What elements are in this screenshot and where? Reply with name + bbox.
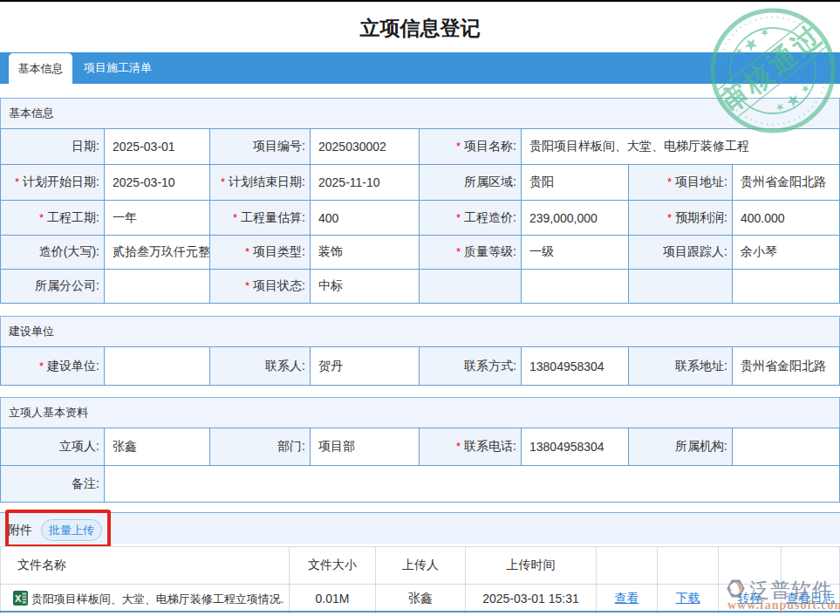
- svg-text:X: X: [15, 593, 22, 604]
